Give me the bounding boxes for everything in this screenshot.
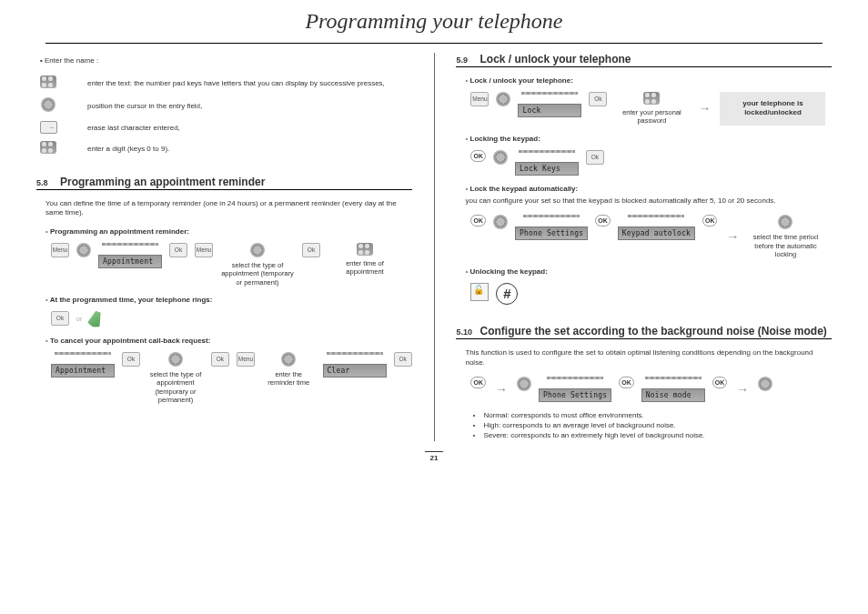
ok-button-icon: OK bbox=[712, 377, 728, 388]
position-cursor-desc: position the cursor in the entry field, bbox=[60, 102, 202, 110]
page-number: 21 bbox=[36, 454, 832, 462]
navigator-icon bbox=[281, 352, 296, 367]
lcd-noise-mode: Noise mode bbox=[641, 388, 705, 402]
menu-button-icon: Menu bbox=[470, 92, 489, 106]
section-5-10-intro: This function is used to configure the s… bbox=[465, 348, 832, 367]
unlock-flow: # bbox=[470, 283, 832, 305]
arrow-icon: → bbox=[724, 229, 741, 244]
unlocking-keypad-sub: Unlocking the keypad: bbox=[465, 267, 832, 276]
lock-result: your telephone is locked/unlocked bbox=[720, 92, 825, 126]
top-rule bbox=[45, 43, 823, 44]
locking-keypad-sub: Locking the keypad: bbox=[465, 135, 832, 143]
ok-button-icon: OK bbox=[619, 377, 634, 388]
menu-button-icon: Menu bbox=[237, 352, 255, 367]
phone-rings-sub: At the programmed time, your telephone r… bbox=[45, 296, 412, 304]
lcd-appointment: Appointment bbox=[98, 255, 162, 268]
right-column: 5.9 Lock / unlock your telephone Lock / … bbox=[439, 53, 832, 441]
navigator-icon bbox=[496, 92, 510, 106]
cancel-flow: Appointment Ok select the type of appoin… bbox=[51, 352, 412, 405]
lcd-appointment: Appointment bbox=[51, 364, 115, 377]
menu-button-icon: Menu bbox=[195, 243, 213, 257]
ok-button-icon: OK bbox=[470, 377, 486, 388]
column-divider bbox=[434, 53, 435, 441]
ok-key-icon: Ok bbox=[211, 352, 229, 367]
ok-key-icon: Ok bbox=[586, 150, 604, 165]
navigator-icon bbox=[76, 243, 91, 257]
lock-auto-desc: you can configure your set so that the k… bbox=[465, 196, 832, 206]
keypad-icon bbox=[40, 75, 56, 88]
keypad-icon bbox=[40, 141, 56, 154]
delete-key-icon: ← bbox=[40, 121, 57, 134]
prog-reminder-sub: Programming an appointment reminder: bbox=[45, 227, 412, 236]
lcd-lock: Lock bbox=[518, 104, 581, 117]
navigator-icon bbox=[493, 215, 508, 229]
lockkeys-flow: OK Lock Keys Ok bbox=[470, 150, 832, 176]
left-column: • Enter the name : enter the text: the n… bbox=[36, 53, 429, 441]
ok-button-icon: OK bbox=[470, 215, 486, 226]
noise-flow: OK → Phone Settings OK Noise mode OK → bbox=[470, 377, 832, 402]
unlock-key-icon bbox=[470, 283, 489, 301]
ok-key-icon: Ok bbox=[51, 311, 69, 326]
lock-unlock-sub: Lock / unlock your telephone: bbox=[465, 76, 832, 85]
page-title: Programming your telephone bbox=[36, 9, 832, 34]
keypad-icon bbox=[357, 243, 373, 256]
lcd-phone-settings: Phone Settings bbox=[515, 226, 588, 240]
erase-char-desc: erase last character entered, bbox=[60, 124, 180, 132]
autolock-flow: OK Phone Settings OK Keypad autolock OK … bbox=[470, 215, 832, 258]
list-item: Normal: corresponds to most office envir… bbox=[483, 411, 832, 419]
lcd-keypad-autolock: Keypad autolock bbox=[618, 226, 695, 240]
ok-button-icon: OK bbox=[470, 150, 486, 162]
lock-flow: Menu Lock Ok enter your personal passwor… bbox=[470, 92, 832, 126]
navigator-icon bbox=[517, 377, 531, 391]
ok-key-icon: Ok bbox=[169, 243, 187, 257]
enter-text-desc: enter the text: the number pad keys have… bbox=[60, 79, 385, 87]
cancel-callback-sub: To cancel your appointment call-back req… bbox=[45, 337, 412, 345]
navigator-icon bbox=[493, 150, 508, 165]
navigator-icon bbox=[41, 97, 56, 112]
section-5-10-header: 5.10 Configure the set according to the … bbox=[456, 325, 832, 339]
lcd-phone-settings: Phone Settings bbox=[539, 388, 611, 402]
enter-name-intro: • Enter the name : bbox=[40, 56, 412, 65]
menu-button-icon: Menu bbox=[51, 243, 69, 257]
ok-button-icon: OK bbox=[702, 215, 718, 226]
navigator-icon bbox=[250, 243, 265, 257]
ok-key-icon: Ok bbox=[302, 243, 320, 257]
ok-key-icon: Ok bbox=[122, 352, 140, 367]
navigator-icon bbox=[758, 377, 772, 391]
ok-key-icon: Ok bbox=[394, 352, 412, 367]
arrow-icon: → bbox=[734, 382, 751, 397]
navigator-icon bbox=[778, 215, 792, 229]
prog-reminder-flow: Menu Appointment Ok Menu select the type… bbox=[51, 243, 412, 287]
handset-icon bbox=[87, 309, 105, 329]
list-item: Severe: corresponds to an extremely high… bbox=[483, 431, 832, 439]
navigator-icon bbox=[168, 352, 183, 367]
hash-key-icon: # bbox=[496, 283, 518, 305]
arrow-icon: → bbox=[493, 382, 510, 397]
lcd-clear: Clear bbox=[323, 364, 387, 377]
ok-key-icon: Ok bbox=[589, 92, 607, 106]
section-5-8-header: 5.8 Programming an appointment reminder bbox=[36, 176, 412, 190]
lcd-lock-keys: Lock Keys bbox=[515, 162, 579, 176]
ok-button-icon: OK bbox=[595, 215, 611, 226]
lock-auto-sub: Lock the keypad automatically: bbox=[465, 185, 832, 193]
noise-mode-list: Normal: corresponds to most office envir… bbox=[483, 411, 832, 439]
arrow-icon: → bbox=[696, 101, 712, 116]
list-item: High: corresponds to an average level of… bbox=[483, 421, 832, 429]
enter-digit-desc: enter a digit (keys 0 to 9). bbox=[60, 145, 169, 153]
section-5-8-intro: You can define the time of a temporary r… bbox=[45, 199, 412, 218]
section-5-9-header: 5.9 Lock / unlock your telephone bbox=[456, 53, 832, 67]
rings-flow: Ok or bbox=[51, 311, 412, 327]
keypad-icon bbox=[643, 92, 660, 105]
